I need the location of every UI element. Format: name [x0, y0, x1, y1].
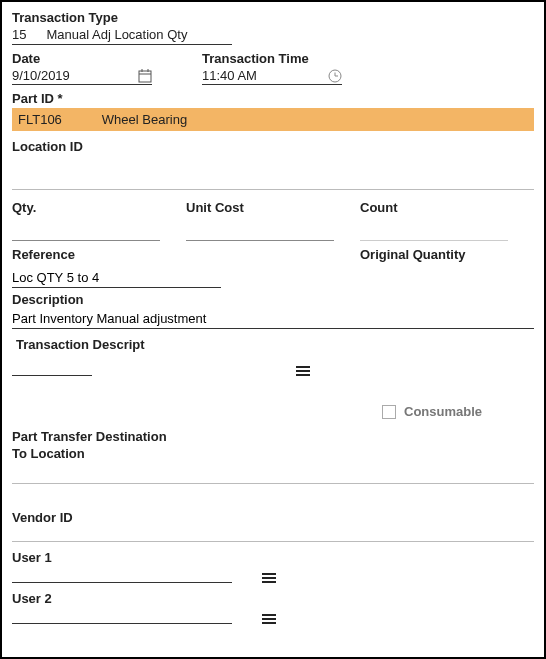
- count-label: Count: [360, 200, 534, 215]
- hamburger-icon[interactable]: [262, 614, 276, 624]
- description-input[interactable]: [12, 309, 534, 329]
- qty-input[interactable]: [12, 221, 160, 241]
- consumable-label: Consumable: [404, 404, 482, 419]
- consumable-field[interactable]: Consumable: [382, 404, 534, 419]
- user2-field: User 2: [12, 591, 534, 624]
- qty-field: Qty.: [12, 200, 186, 241]
- vendor-id-input[interactable]: [12, 541, 534, 542]
- inventory-transaction-form: Transaction Type 15 Manual Adj Location …: [0, 0, 546, 659]
- time-input-wrap[interactable]: 11:40 AM: [202, 68, 342, 85]
- location-id-field: Location ID: [12, 139, 534, 190]
- part-id-value-row[interactable]: FLT106 Wheel Bearing: [12, 108, 534, 131]
- reference-label: Reference: [12, 247, 360, 262]
- location-id-label: Location ID: [12, 139, 534, 154]
- user2-input[interactable]: [12, 608, 232, 624]
- hamburger-icon[interactable]: [262, 573, 276, 583]
- transaction-descript-input[interactable]: [12, 360, 92, 376]
- part-id-label: Part ID *: [12, 91, 534, 106]
- transaction-type-code: 15: [12, 27, 26, 42]
- description-label: Description: [12, 292, 534, 307]
- transaction-descript-field: Transaction Descript: [12, 337, 534, 376]
- user2-label: User 2: [12, 591, 534, 606]
- user1-field: User 1: [12, 550, 534, 583]
- transaction-type-value[interactable]: 15 Manual Adj Location Qty: [12, 27, 232, 45]
- count-input[interactable]: [360, 221, 508, 241]
- unit-cost-field: Unit Cost: [186, 200, 360, 241]
- vendor-id-field: Vendor ID: [12, 510, 534, 542]
- part-transfer-dest-label1: Part Transfer Destination: [12, 429, 534, 444]
- description-field: Description: [12, 292, 534, 329]
- part-transfer-dest-label2: To Location: [12, 446, 534, 461]
- location-id-input[interactable]: [12, 170, 534, 190]
- clock-icon[interactable]: [328, 69, 342, 83]
- vendor-id-label: Vendor ID: [12, 510, 534, 525]
- unit-cost-label: Unit Cost: [186, 200, 360, 215]
- date-value: 9/10/2019: [12, 68, 132, 83]
- part-id-field: Part ID * FLT106 Wheel Bearing: [12, 91, 534, 131]
- unit-cost-input[interactable]: [186, 221, 334, 241]
- original-quantity-field: Original Quantity: [360, 247, 534, 288]
- qty-label: Qty.: [12, 200, 186, 215]
- hamburger-icon[interactable]: [296, 366, 310, 376]
- calendar-icon[interactable]: [138, 69, 152, 83]
- ref-origqty-row: Reference Original Quantity: [12, 247, 534, 288]
- transaction-time-label: Transaction Time: [202, 51, 342, 66]
- transaction-type-label: Transaction Type: [12, 10, 534, 25]
- part-id-name: Wheel Bearing: [102, 112, 187, 127]
- date-field: Date 9/10/2019: [12, 51, 152, 85]
- transaction-time-field: Transaction Time 11:40 AM: [202, 51, 342, 85]
- date-label: Date: [12, 51, 152, 66]
- reference-input[interactable]: [12, 268, 221, 288]
- date-input-wrap[interactable]: 9/10/2019: [12, 68, 152, 85]
- part-id-code: FLT106: [18, 112, 62, 127]
- transaction-type-field: Transaction Type 15 Manual Adj Location …: [12, 10, 534, 45]
- consumable-checkbox[interactable]: [382, 405, 396, 419]
- user1-label: User 1: [12, 550, 534, 565]
- transaction-descript-label: Transaction Descript: [12, 337, 534, 352]
- reference-field: Reference: [12, 247, 360, 288]
- date-time-row: Date 9/10/2019 Transaction Time 11:40 AM: [12, 51, 534, 85]
- qty-cost-count-row: Qty. Unit Cost Count: [12, 200, 534, 241]
- original-quantity-label: Original Quantity: [360, 247, 534, 262]
- svg-rect-0: [139, 71, 151, 82]
- part-transfer-dest-input[interactable]: [12, 483, 534, 484]
- time-value: 11:40 AM: [202, 68, 322, 83]
- count-field: Count: [360, 200, 534, 241]
- user1-input[interactable]: [12, 567, 232, 583]
- transaction-type-name: Manual Adj Location Qty: [46, 27, 187, 42]
- part-transfer-dest-field: Part Transfer Destination To Location: [12, 429, 534, 484]
